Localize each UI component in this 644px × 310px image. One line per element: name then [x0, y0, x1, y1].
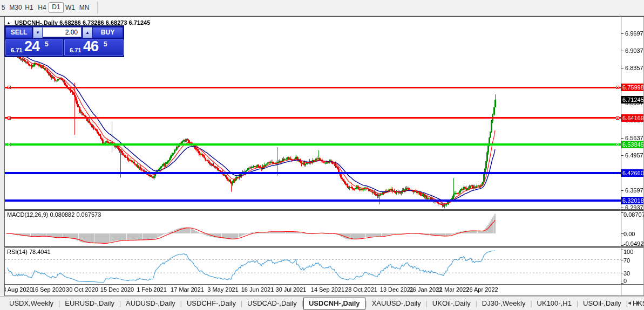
line-handle-right[interactable] [616, 86, 619, 89]
line-handle-right[interactable] [616, 143, 619, 146]
timeframe-button-h4[interactable]: H4 [36, 3, 48, 12]
price-tick-label: 6.49570 [625, 152, 644, 159]
timeframe-button-mn[interactable]: MN [78, 3, 91, 12]
date-label: 30 Oct 2020 [66, 286, 98, 293]
timeframe-button-5[interactable]: 5 [1, 3, 6, 12]
price-tick-mark [621, 68, 623, 68]
buy-price-box[interactable]: 6.71 46 5 [64, 39, 124, 56]
volume-input[interactable]: 2.00 [43, 27, 82, 37]
chart-tab-usdcaddaily[interactable]: USDCAD-,Daily [242, 298, 302, 309]
horizontal-line[interactable] [5, 172, 621, 174]
date-label: 14 Sep 2021 [311, 286, 344, 293]
chart-tab-bar: USDX,Weekly|EURUSD-,Daily|AUDUSD-,Daily|… [0, 296, 644, 310]
price-tick-mark [621, 155, 623, 156]
timeframe-button-h1[interactable]: H1 [23, 3, 35, 12]
chart-tab-ukoildaily[interactable]: UKOil-,Daily [428, 298, 476, 309]
price-tick-label: 6.90370 [625, 47, 644, 54]
price-tick-mark [621, 190, 623, 191]
rsi-label: RSI(14) 78.4041 [7, 249, 51, 255]
toolbar-separator [97, 2, 98, 14]
chart-tab-dj30weekly[interactable]: DJ30-,Weekly [477, 298, 531, 309]
date-label: 16 Sep 2020 [32, 286, 65, 293]
chart-tab-usoildaily[interactable]: USOil-,Daily [578, 298, 626, 309]
sell-button[interactable]: SELL [5, 27, 32, 38]
chart-tab-uk100h1[interactable]: UK100-,H1 [532, 298, 577, 309]
price-tick-label: 6.96970 [625, 30, 644, 37]
one-click-trading-panel: SELL ▼ 2.00 ▲ BUY 6.71 24 5 6.71 46 5 [4, 25, 124, 57]
price-tick-mark [621, 51, 623, 51]
line-handle-left[interactable] [8, 86, 11, 89]
date-label: 16 Jun 2021 [241, 286, 274, 293]
level-price-badge: 6.42660 [621, 169, 644, 177]
price-tick-mark [621, 33, 623, 34]
level-price-badge: 6.32018 [621, 197, 644, 204]
timeframe-button-d1[interactable]: D1 [49, 2, 64, 13]
macd-scale-label: 0.00 [623, 231, 635, 237]
sell-price-pips: 24 [24, 38, 39, 55]
date-label: 3 Aug 2020 [3, 286, 33, 293]
rsi-scale-label: 0 [623, 278, 627, 284]
chart-tab-usdcnhdaily[interactable]: USDCNH-,Daily [303, 298, 365, 309]
tab-scroll-right-icon[interactable]: ► [634, 298, 643, 308]
level-price-badge: 6.64169 [621, 114, 644, 122]
window-left-gutter [0, 17, 5, 295]
chart-tab-audusddaily[interactable]: AUDUSD-,Daily [121, 298, 180, 309]
sell-price-fraction: 5 [45, 40, 49, 48]
date-label: 26 Apr 2022 [466, 286, 498, 293]
date-label: 1 Feb 2021 [137, 286, 167, 293]
line-handle-right[interactable] [616, 116, 619, 120]
date-label: 17 Mar 2021 [171, 286, 204, 293]
price-tick-label: 6.83570 [625, 65, 644, 71]
timeframe-button-w1[interactable]: W1 [64, 3, 77, 12]
collapse-triangle-icon[interactable]: ▲ [6, 20, 11, 25]
date-label: 28 Oct 2021 [345, 286, 377, 293]
buy-price-pips: 46 [83, 38, 98, 55]
buy-price-fraction: 5 [104, 40, 107, 48]
current-price-badge: 6.71245 [621, 96, 644, 104]
timeframe-toolbar: 5M30H1H4D1W1MN [0, 0, 644, 16]
macd-scale-label: 0.0870785 [623, 211, 644, 218]
buy-price-base: 6.71 [70, 47, 81, 53]
date-label: 15 Dec 2020 [100, 286, 134, 293]
volume-increase-icon[interactable]: ▲ [83, 27, 92, 38]
pane-splitter-dates [4, 284, 644, 285]
date-label: 3 May 2021 [207, 286, 238, 293]
pane-splitter-rsi[interactable] [4, 246, 644, 248]
tab-scroll-left-icon[interactable]: ◄ [625, 298, 634, 308]
price-tick-mark [621, 138, 623, 139]
chart-tab-xauusddaily[interactable]: XAUUSD-,Daily [367, 298, 426, 309]
macd-label: MACD(12,26,9) 0.080882 0.067573 [7, 211, 101, 218]
chart-tab-usdxweekly[interactable]: USDX,Weekly [4, 298, 58, 309]
date-label: 13 Dec 2021 [380, 286, 413, 293]
sell-price-base: 6.71 [11, 47, 22, 53]
sell-price-box[interactable]: 6.71 24 5 [5, 39, 63, 56]
level-price-badge: 6.75998 [621, 84, 644, 91]
chart-tab-usdchfdaily[interactable]: USDCHF-,Daily [182, 298, 241, 309]
horizontal-line[interactable] [5, 117, 621, 119]
date-label: 11 Mar 2022 [437, 286, 470, 293]
chart-tab-eurusddaily[interactable]: EURUSD-,Daily [60, 298, 119, 309]
rsi-scale-label: 30 [623, 270, 630, 277]
horizontal-line[interactable] [5, 87, 621, 88]
level-price-badge: 6.53845 [621, 141, 644, 148]
price-axis-border [621, 17, 621, 295]
timeframe-button-m30[interactable]: M30 [8, 3, 23, 12]
date-axis: 3 Aug 202016 Sep 202030 Oct 202015 Dec 2… [5, 285, 621, 295]
horizontal-line[interactable] [5, 143, 621, 146]
horizontal-line[interactable] [5, 199, 621, 202]
buy-button[interactable]: BUY [92, 27, 123, 38]
price-tick-mark [621, 208, 623, 208]
price-tick-label: 6.35970 [625, 187, 644, 194]
line-handle-left[interactable] [8, 143, 11, 146]
pane-splitter-macd[interactable] [4, 209, 644, 211]
volume-decrease-icon[interactable]: ▼ [33, 27, 43, 38]
rsi-scale-label: 100 [623, 249, 633, 255]
date-label: 30 Jul 2021 [276, 286, 307, 293]
line-handle-left[interactable] [8, 116, 11, 120]
rsi-scale-label: 70 [623, 257, 630, 264]
